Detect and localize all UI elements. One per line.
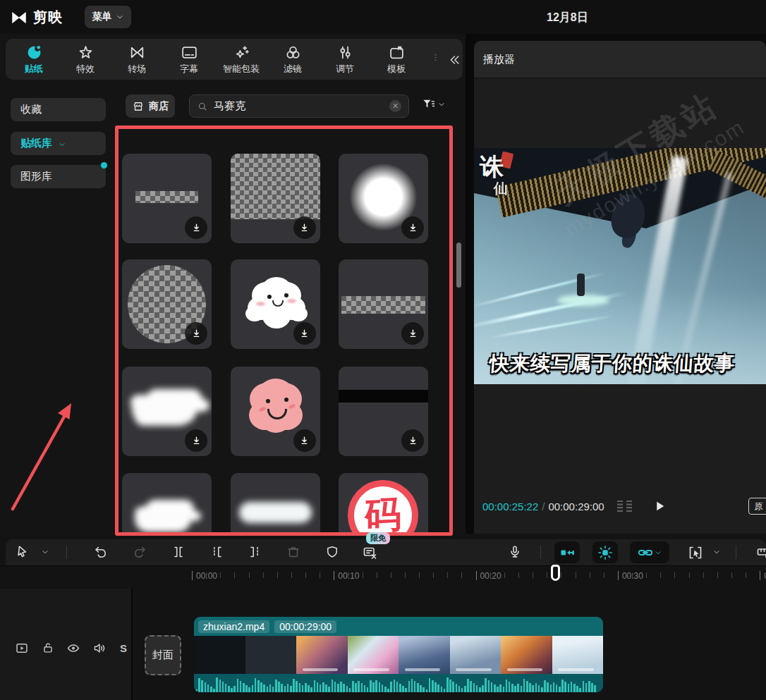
waveform-bar — [390, 682, 392, 692]
playhead-handle[interactable] — [551, 565, 560, 581]
tab-label: 智能包装 — [223, 63, 260, 75]
lock-track-icon[interactable] — [41, 641, 55, 655]
aspect-ratio-button[interactable]: 原 — [748, 498, 766, 515]
sticker-tile-pink-flower[interactable] — [231, 367, 320, 456]
text-extract-button[interactable] — [362, 544, 379, 561]
current-time: 00:00:25:22 — [482, 501, 538, 512]
trim-right-button[interactable] — [247, 544, 262, 560]
redo-button[interactable] — [132, 544, 147, 560]
clear-search-icon[interactable]: ✕ — [389, 100, 401, 112]
sticker-tile-mosaic-circle[interactable] — [122, 259, 212, 349]
shop-button[interactable]: 商店 — [126, 94, 175, 118]
sticker-tile-blur-circle[interactable] — [339, 154, 428, 243]
toolbar-divider — [736, 546, 736, 559]
video-game-logo: 诛 仙 — [480, 151, 508, 198]
waveform-bar — [240, 681, 242, 692]
chevron-down-icon — [654, 548, 662, 557]
solo-track-button[interactable]: S — [120, 642, 127, 654]
chevron-down-icon — [58, 140, 66, 149]
search-input[interactable]: 马赛克 ✕ — [189, 94, 409, 118]
menu-button-label: 菜单 — [92, 11, 112, 23]
sticker-tile-black-bar[interactable] — [339, 367, 428, 456]
ruler-minor-tick — [746, 572, 746, 578]
waveform-bar — [405, 688, 407, 692]
waveform-bar — [340, 682, 342, 692]
sticker-tile-mosaic-strip-wide[interactable] — [339, 259, 428, 349]
sidebar-item-收藏[interactable]: 收藏 — [11, 98, 106, 121]
waveform-bar — [482, 685, 484, 692]
filter-control[interactable] — [422, 97, 446, 111]
ruler-minor-tick — [674, 572, 675, 578]
waveform-bar — [384, 687, 387, 692]
auto-attach-button[interactable] — [554, 541, 580, 563]
shop-icon — [132, 100, 145, 113]
select-cursor-button[interactable] — [15, 544, 30, 560]
ruler-minor-tick — [363, 572, 363, 578]
tab-转场[interactable]: 转场 — [128, 44, 146, 75]
ruler-zoom-button[interactable] — [756, 544, 766, 561]
download-icon[interactable] — [401, 216, 424, 239]
tab-调节[interactable]: 调节 — [336, 44, 354, 75]
mask-shield-button[interactable] — [324, 544, 340, 560]
sticker-tile-cloud-face[interactable] — [231, 259, 320, 349]
trim-left-button[interactable] — [209, 544, 225, 560]
download-icon[interactable] — [185, 429, 207, 452]
sticker-tile-mosaic-strip[interactable] — [122, 154, 212, 243]
tab-字幕[interactable]: 字幕 — [180, 44, 198, 75]
play-button[interactable] — [652, 499, 667, 513]
sidebar-item-贴纸库[interactable]: 贴纸库 — [11, 132, 106, 155]
cover-button[interactable]: 封面 — [145, 635, 181, 675]
tab-模板[interactable]: 模板 — [387, 44, 406, 75]
link-clips-button[interactable] — [630, 541, 669, 563]
record-voiceover-button[interactable] — [507, 544, 523, 560]
waveform-bar — [485, 678, 487, 692]
preview-axis-button[interactable] — [592, 541, 618, 563]
split-button[interactable] — [171, 544, 186, 560]
tab-贴纸[interactable]: 贴纸 — [25, 44, 43, 75]
download-icon[interactable] — [293, 322, 316, 345]
cursor-mode-chevron-icon[interactable] — [41, 548, 49, 556]
waveform-bar — [284, 686, 286, 692]
download-icon[interactable] — [293, 216, 316, 239]
ruler-minor-tick — [504, 572, 505, 578]
download-icon[interactable] — [185, 322, 207, 345]
timeline-ruler[interactable]: 00:0000:1000:2000:3000:40 — [0, 565, 766, 589]
video-clip[interactable]: zhuxian2.mp4 00:00:29:00 — [194, 617, 603, 692]
tab-特效[interactable]: 特效 — [76, 44, 95, 75]
more-tabs-icon[interactable]: ⋮ — [432, 56, 434, 59]
tab-滤镜[interactable]: 滤镜 — [284, 44, 302, 75]
sticker-tile-mosaic-rect[interactable] — [231, 154, 320, 243]
frame-list-icon[interactable] — [616, 499, 634, 513]
chevron-down-icon — [437, 100, 446, 109]
chevron-down-icon[interactable] — [712, 548, 721, 556]
sticker-tile-fluffy-cloud[interactable] — [122, 367, 212, 456]
results-scrollbar[interactable] — [456, 242, 461, 288]
video-preview[interactable]: 诛 仙 快来续写属于你的诛仙故事 — [474, 148, 766, 384]
waveform-bar — [263, 684, 265, 692]
sidebar-item-图形库[interactable]: 图形库 — [11, 165, 106, 188]
undo-button[interactable] — [93, 544, 109, 560]
waveform-bar — [370, 680, 372, 692]
waveform-bar — [509, 682, 511, 692]
waveform-bar — [479, 687, 481, 692]
mute-track-speaker-icon[interactable] — [92, 641, 107, 656]
clip-thumbnail — [501, 636, 552, 674]
menu-button[interactable]: 菜单 — [85, 6, 131, 28]
toggle-visibility-eye-icon[interactable] — [66, 641, 81, 656]
ruler-minor-tick — [547, 572, 547, 578]
download-icon[interactable] — [401, 429, 424, 452]
split-cursor-button[interactable] — [687, 544, 704, 561]
waveform-bar — [361, 683, 363, 692]
delete-button[interactable] — [286, 544, 301, 560]
waveform-bar — [488, 680, 490, 692]
download-icon[interactable] — [185, 216, 207, 239]
waveform-bar — [432, 680, 434, 692]
waveform-bar — [521, 686, 523, 692]
collapse-panel-icon[interactable] — [444, 50, 464, 70]
ruler-minor-tick — [391, 572, 391, 578]
smartpack-icon — [233, 44, 250, 61]
download-icon[interactable] — [401, 322, 424, 345]
ruler-minor-tick — [405, 572, 406, 578]
download-icon[interactable] — [293, 429, 316, 452]
tab-智能包装[interactable]: 智能包装 — [223, 44, 260, 75]
